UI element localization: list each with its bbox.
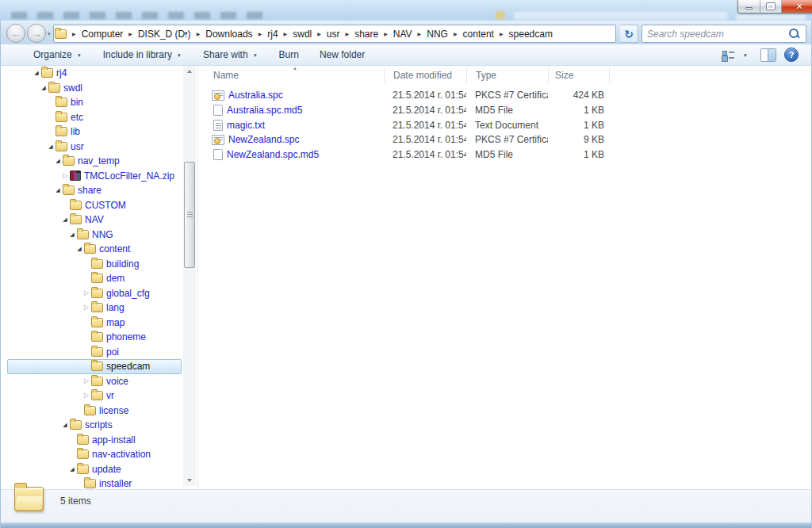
toolbar-button[interactable]: Share with (193, 46, 269, 63)
breadcrumb-segment[interactable]: usr (312, 25, 339, 42)
breadcrumb-segment[interactable]: Computer (67, 25, 123, 42)
minimize-button[interactable] (738, 0, 760, 13)
tree-item[interactable]: license (1, 404, 197, 419)
address-bar[interactable]: Computer DISK_D (D:) Downloads rj4 swdl … (53, 25, 616, 43)
text-file-icon (213, 120, 223, 131)
scroll-down-icon[interactable] (183, 475, 196, 486)
explorer-foreground: ← → ▾ Computer DISK_D (D:) Downloads rj4… (0, 21, 812, 528)
tree-item[interactable]: building (1, 257, 197, 272)
file-row[interactable]: magic.txt 21.5.2014 г. 01:54 ч. Text Doc… (199, 117, 811, 132)
tree-item[interactable]: CUSTOM (1, 198, 197, 213)
tree-item[interactable]: update (1, 462, 197, 477)
breadcrumb-segment[interactable]: Downloads (191, 25, 253, 42)
expander-icon[interactable] (68, 466, 76, 473)
tree-item[interactable]: app-install (1, 433, 197, 448)
folder-icon (56, 127, 67, 136)
help-button[interactable]: ? (784, 48, 799, 62)
search-box (642, 25, 806, 43)
tree-item[interactable]: NNG (1, 228, 197, 243)
address-dropdown-icon[interactable] (183, 31, 189, 36)
tree-item[interactable]: voice (1, 374, 197, 389)
change-view-button[interactable] (718, 47, 753, 63)
history-dropdown-icon[interactable]: ▾ (48, 31, 51, 37)
expander-icon[interactable] (68, 231, 76, 238)
tree-item[interactable]: NAV (1, 212, 197, 228)
tree-item[interactable]: etc (1, 110, 197, 125)
tree-item[interactable]: rj4 (1, 66, 197, 81)
tree-item[interactable]: lang (1, 300, 197, 316)
expander-icon[interactable] (61, 422, 69, 428)
sort-ascending-icon (293, 66, 297, 71)
breadcrumb-segment[interactable]: NNG (412, 25, 448, 42)
expander-icon[interactable] (54, 187, 62, 193)
refresh-button[interactable] (620, 25, 638, 43)
background-folder-blur (496, 11, 505, 19)
tree-item[interactable]: lib (1, 124, 197, 140)
breadcrumb-segment[interactable]: rj4 (253, 25, 278, 42)
chevron-right-icon (191, 31, 206, 36)
tree-item[interactable]: share (1, 183, 197, 198)
tree-item[interactable]: swdl (1, 81, 197, 96)
tree-item[interactable]: scripts (1, 418, 197, 433)
search-input[interactable] (642, 25, 788, 42)
breadcrumb-segment[interactable]: share (340, 25, 379, 42)
folder-icon (91, 332, 103, 342)
file-row[interactable]: NewZealand.spc 21.5.2014 г. 01:54 ч. PKC… (199, 132, 811, 147)
expander-icon[interactable] (61, 216, 69, 223)
expander-icon[interactable] (82, 392, 90, 399)
breadcrumb-segment[interactable]: speedcam (494, 25, 553, 42)
forward-button[interactable]: → (27, 24, 46, 43)
expander-icon[interactable] (40, 85, 48, 91)
breadcrumb-segment[interactable]: NAV (378, 25, 412, 42)
navigation-tree: rj4 swdl bin etc lib usr nav_temp TMCLoc… (1, 66, 197, 489)
tree-item[interactable]: phoneme (1, 330, 197, 345)
refresh-icon (624, 29, 634, 40)
tree-item[interactable]: usr (1, 140, 197, 155)
chevron-down-icon (176, 52, 182, 59)
search-icon[interactable] (788, 28, 801, 40)
expander-icon[interactable] (61, 173, 69, 179)
toolbar-button[interactable]: Organize (23, 46, 93, 63)
tree-item[interactable]: nav-activation (1, 447, 197, 462)
file-row[interactable]: Australia.spc 21.5.2014 г. 01:54 ч. PKCS… (199, 88, 811, 103)
tree-item[interactable]: bin (1, 95, 197, 110)
breadcrumb-segment[interactable]: swdl (278, 25, 312, 42)
tree-item[interactable]: speedcam (1, 359, 197, 374)
tree-item[interactable]: map (1, 316, 197, 331)
expander-icon[interactable] (82, 290, 90, 297)
expander-icon[interactable] (75, 246, 83, 252)
expander-icon[interactable] (82, 304, 90, 311)
breadcrumb-segment[interactable]: content (448, 25, 494, 42)
tree-item[interactable]: poi (1, 345, 197, 360)
file-row[interactable]: Australia.spc.md5 21.5.2014 г. 01:54 ч. … (199, 103, 811, 118)
toolbar-button[interactable]: New folder (309, 46, 375, 63)
column-header-size[interactable]: Size (548, 67, 610, 83)
folder-icon (91, 318, 103, 327)
tree-item[interactable]: content (1, 242, 197, 257)
tree-item[interactable]: dem (1, 271, 197, 286)
tree-item[interactable]: TMCLocFilter_NA.zip (1, 169, 197, 184)
column-header-name[interactable]: Name (199, 67, 384, 83)
expander-icon[interactable] (54, 158, 62, 164)
preview-pane-button[interactable] (760, 48, 776, 62)
maximize-button[interactable] (760, 0, 782, 13)
expander-icon[interactable] (82, 378, 90, 385)
expander-icon[interactable] (47, 143, 55, 150)
close-button[interactable]: ✕ (782, 0, 812, 13)
toolbar-button[interactable]: Burn (269, 46, 309, 63)
scrollbar-thumb[interactable] (184, 162, 195, 268)
column-header-type[interactable]: Type (466, 67, 548, 83)
file-row[interactable]: NewZealand.spc.md5 21.5.2014 г. 01:54 ч.… (199, 147, 811, 163)
file-size: 1 KB (548, 105, 610, 116)
scroll-up-icon[interactable] (183, 66, 196, 77)
back-button[interactable]: ← (6, 24, 25, 43)
toolbar-button[interactable]: Include in library (93, 46, 193, 63)
expander-icon[interactable] (33, 70, 40, 76)
tree-item[interactable]: global_cfg (1, 286, 197, 301)
folder-icon (91, 274, 103, 283)
breadcrumb-segment[interactable]: DISK_D (D:) (123, 25, 190, 42)
tree-scrollbar[interactable] (183, 66, 196, 486)
tree-item[interactable]: vr (1, 388, 197, 404)
column-header-date-modified[interactable]: Date modified (384, 67, 466, 83)
tree-item[interactable]: nav_temp (1, 154, 197, 169)
